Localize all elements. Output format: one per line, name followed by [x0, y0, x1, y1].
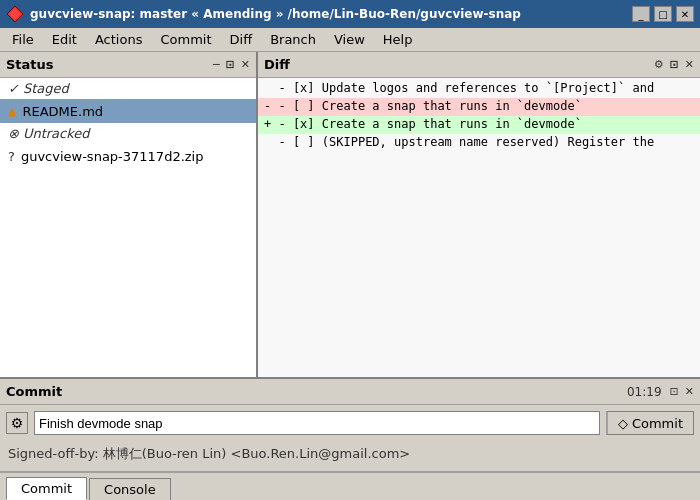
diff-panel-header: Diff ⚙ ⊡ ✕ [258, 52, 700, 78]
status-restore-icon[interactable]: ⊡ [226, 58, 235, 71]
diff-content: - [x] Update logos and references to `[P… [258, 78, 700, 377]
staged-check-icon: ✓ [8, 81, 19, 96]
diff-gear-icon[interactable]: ⚙ [654, 58, 664, 71]
commit-input-row: ⚙ ◇ Commit [0, 405, 700, 441]
commit-panel-header: Commit 01:19 ⊡ ✕ [0, 379, 700, 405]
readme-modified-icon: ▲ [8, 105, 16, 118]
tab-console[interactable]: Console [89, 478, 171, 500]
readme-filename: README.md [22, 104, 103, 119]
menu-file[interactable]: File [4, 30, 42, 49]
status-panel-icons: ─ ⊡ ✕ [213, 58, 250, 71]
staged-label: Staged [23, 81, 69, 96]
commit-panel: Commit 01:19 ⊡ ✕ ⚙ ◇ Commit Signed-off-b… [0, 379, 700, 472]
commit-close-icon[interactable]: ✕ [685, 385, 694, 398]
untracked-label: Untracked [23, 126, 90, 141]
tab-bar: Commit Console [0, 472, 700, 500]
commit-diamond-icon: ◇ [618, 416, 628, 431]
diff-restore-icon[interactable]: ⊡ [670, 58, 679, 71]
zip-file-item[interactable]: ? guvcview-snap-37117d2.zip [0, 144, 256, 168]
minimize-button[interactable]: _ [632, 6, 650, 22]
menu-edit[interactable]: Edit [44, 30, 85, 49]
staged-section: ✓ Staged [0, 78, 256, 99]
maximize-button[interactable]: □ [654, 6, 672, 22]
status-panel-title: Status [6, 57, 213, 72]
commit-message-input[interactable] [34, 411, 600, 435]
menu-diff[interactable]: Diff [222, 30, 261, 49]
menu-view[interactable]: View [326, 30, 373, 49]
untracked-section: ⊗ Untracked [0, 123, 256, 144]
commit-header-icons: ⊡ ✕ [670, 385, 694, 398]
close-button[interactable]: ✕ [676, 6, 694, 22]
commit-panel-title: Commit [6, 384, 627, 399]
status-minimize-icon[interactable]: ─ [213, 58, 220, 71]
panels-row: Status ─ ⊡ ✕ ✓ Staged ▲ README.md ⊗ [0, 52, 700, 377]
bottom-area: Commit 01:19 ⊡ ✕ ⚙ ◇ Commit Signed-off-b… [0, 377, 700, 500]
zip-untracked-icon: ? [8, 149, 15, 164]
status-panel: Status ─ ⊡ ✕ ✓ Staged ▲ README.md ⊗ [0, 52, 258, 377]
diff-line-1: - [x] Update logos and references to `[P… [258, 80, 700, 98]
main-content: Status ─ ⊡ ✕ ✓ Staged ▲ README.md ⊗ [0, 52, 700, 500]
window-title: guvcview-snap: master « Amending » /home… [30, 7, 626, 21]
commit-gear-icon: ⚙ [11, 415, 24, 431]
zip-filename: guvcview-snap-37117d2.zip [21, 149, 204, 164]
status-close-icon[interactable]: ✕ [241, 58, 250, 71]
commit-button-label: Commit [632, 416, 683, 431]
status-panel-header: Status ─ ⊡ ✕ [0, 52, 256, 78]
tab-commit[interactable]: Commit [6, 477, 87, 500]
commit-action-button[interactable]: ◇ Commit [606, 411, 694, 435]
diff-close-icon[interactable]: ✕ [685, 58, 694, 71]
diff-panel-icons: ⚙ ⊡ ✕ [654, 58, 694, 71]
diff-line-3: + - [x] Create a snap that runs in `devm… [258, 116, 700, 134]
signoff-line: Signed-off-by: 林博仁(Buo-ren Lin) <Buo.Ren… [0, 441, 700, 471]
diff-line-4: - [ ] (SKIPPED, upstream name reserved) … [258, 134, 700, 152]
diff-panel: Diff ⚙ ⊡ ✕ - [x] Update logos and refere… [258, 52, 700, 377]
window-controls: _ □ ✕ [632, 6, 694, 22]
commit-gear-button[interactable]: ⚙ [6, 412, 28, 434]
menu-actions[interactable]: Actions [87, 30, 151, 49]
menu-help[interactable]: Help [375, 30, 421, 49]
commit-time: 01:19 [627, 385, 662, 399]
diff-panel-title: Diff [264, 57, 654, 72]
readme-file-item[interactable]: ▲ README.md [0, 99, 256, 123]
diff-line-2: - - [ ] Create a snap that runs in `devm… [258, 98, 700, 116]
untracked-icon: ⊗ [8, 126, 19, 141]
commit-restore-icon[interactable]: ⊡ [670, 385, 679, 398]
menu-branch[interactable]: Branch [262, 30, 324, 49]
signoff-text: Signed-off-by: 林博仁(Buo-ren Lin) <Buo.Ren… [8, 446, 410, 461]
status-list: ✓ Staged ▲ README.md ⊗ Untracked ? guvcv… [0, 78, 256, 377]
app-icon [6, 5, 24, 23]
menu-commit[interactable]: Commit [152, 30, 219, 49]
title-bar: guvcview-snap: master « Amending » /home… [0, 0, 700, 28]
menu-bar: File Edit Actions Commit Diff Branch Vie… [0, 28, 700, 52]
